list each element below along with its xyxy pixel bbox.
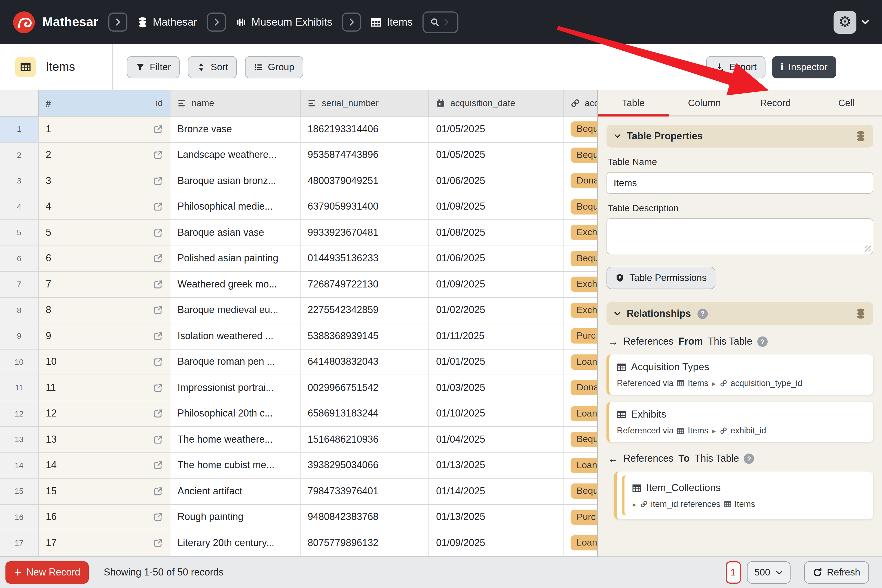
breadcrumb-database[interactable]: Mathesar — [137, 16, 197, 28]
id-cell[interactable]: 17 — [39, 530, 170, 556]
id-cell[interactable]: 8 — [39, 297, 170, 323]
row-number-cell[interactable]: 10 — [0, 349, 39, 375]
acquisition-date-cell[interactable]: 01/06/2025 — [429, 246, 564, 271]
acquisition-type-cell[interactable]: Bequ — [564, 427, 597, 452]
help-icon[interactable]: ? — [744, 453, 754, 464]
acquisition-type-cell[interactable]: Purc — [564, 323, 597, 349]
new-record-button[interactable]: + New Record — [6, 561, 89, 584]
column-header-serial_number[interactable]: serial_number — [300, 90, 429, 116]
id-cell[interactable]: 3 — [39, 168, 170, 194]
acquisition-date-cell[interactable]: 01/09/2025 — [429, 272, 564, 297]
acquisition-date-cell[interactable]: 01/06/2025 — [429, 168, 564, 194]
acquisition-type-cell[interactable]: Bequ — [564, 246, 597, 271]
search-button[interactable] — [423, 11, 458, 33]
acquisition-type-cell[interactable]: Bequ — [564, 142, 597, 168]
acquisition-type-cell[interactable]: Dona — [564, 168, 597, 194]
row-number-cell[interactable]: 7 — [0, 272, 39, 297]
id-cell[interactable]: 10 — [39, 349, 170, 375]
name-cell[interactable]: Impressionist portrai... — [170, 375, 300, 400]
acquisition-type-cell[interactable]: Bequ — [564, 117, 597, 142]
row-number-cell[interactable]: 11 — [0, 375, 39, 400]
serial-number-cell[interactable]: 5388368939145 — [300, 323, 429, 349]
acquisition-date-cell[interactable]: 01/02/2025 — [429, 297, 564, 323]
refresh-button[interactable]: Refresh — [804, 561, 869, 584]
row-number-cell[interactable]: 14 — [0, 453, 39, 478]
group-button[interactable]: Group — [245, 56, 303, 78]
acquisition-date-cell[interactable]: 01/03/2025 — [429, 375, 564, 400]
name-cell[interactable]: Weathered greek mo... — [170, 272, 300, 297]
acquisition-type-cell[interactable]: Bequ — [564, 194, 597, 219]
name-cell[interactable]: Ancient artifact — [170, 478, 300, 504]
id-cell[interactable]: 5 — [39, 220, 170, 245]
brand[interactable]: Mathesar — [12, 10, 98, 34]
id-cell[interactable]: 15 — [39, 478, 170, 504]
acquisition-type-cell[interactable]: Loan — [564, 349, 597, 375]
serial-number-cell[interactable]: 6414803832043 — [300, 349, 429, 375]
acquisition-date-cell[interactable]: 01/01/2025 — [429, 349, 564, 375]
id-cell[interactable]: 4 — [39, 194, 170, 219]
acquisition-date-cell[interactable]: 01/09/2025 — [429, 530, 564, 556]
name-cell[interactable]: Baroque asian bronz... — [170, 168, 300, 194]
column-header-acquisition_date[interactable]: acquisition_date — [429, 90, 564, 116]
table-description-input[interactable] — [606, 218, 873, 254]
acquisition-date-cell[interactable]: 01/14/2025 — [429, 478, 564, 504]
column-header-name[interactable]: name — [170, 90, 300, 116]
relationships-section-header[interactable]: Relationships ? — [606, 302, 873, 325]
id-cell[interactable]: 6 — [39, 246, 170, 271]
export-button[interactable]: Export — [706, 56, 765, 78]
row-number-header[interactable] — [0, 90, 39, 116]
row-number-cell[interactable]: 12 — [0, 401, 39, 426]
acquisition-type-cell[interactable]: Loan — [564, 401, 597, 426]
name-cell[interactable]: Philosophical 20th c... — [170, 401, 300, 426]
relationship-card[interactable]: Item_Collections ▸ item_id referencesIte… — [622, 475, 873, 516]
name-cell[interactable]: Baroque roman pen ... — [170, 349, 300, 375]
acquisition-date-cell[interactable]: 01/05/2025 — [429, 142, 564, 168]
acquisition-type-cell[interactable]: Bequ — [564, 478, 597, 504]
id-cell[interactable]: 13 — [39, 427, 170, 452]
id-cell[interactable]: 14 — [39, 453, 170, 478]
settings-button[interactable]: ⚙ — [834, 10, 856, 33]
relationship-card[interactable]: Exhibits Referenced viaItems ▸ exhibit_i… — [606, 402, 873, 442]
id-cell[interactable]: 16 — [39, 504, 170, 530]
serial-number-cell[interactable]: 9535874743896 — [300, 142, 429, 168]
breadcrumb-separator-button[interactable] — [207, 12, 226, 32]
row-number-cell[interactable]: 2 — [0, 142, 39, 168]
help-icon[interactable]: ? — [698, 308, 708, 319]
relationship-card[interactable]: Acquisition Types Referenced viaItems ▸ … — [606, 354, 873, 395]
id-cell[interactable]: 2 — [39, 142, 170, 168]
id-cell[interactable]: 1 — [39, 117, 170, 142]
name-cell[interactable]: Bronze vase — [170, 117, 300, 142]
serial-number-cell[interactable]: 9480842383768 — [300, 504, 429, 530]
name-cell[interactable]: Literary 20th century... — [170, 530, 300, 556]
row-number-cell[interactable]: 16 — [0, 504, 39, 530]
serial-number-cell[interactable]: 1516486210936 — [300, 427, 429, 452]
row-number-cell[interactable]: 6 — [0, 246, 39, 271]
row-number-cell[interactable]: 17 — [0, 530, 39, 556]
serial-number-cell[interactable]: 3938295034066 — [300, 453, 429, 478]
serial-number-cell[interactable]: 7984733976401 — [300, 478, 429, 504]
acquisition-date-cell[interactable]: 01/09/2025 — [429, 194, 564, 219]
row-number-cell[interactable]: 3 — [0, 168, 39, 194]
id-cell[interactable]: 11 — [39, 375, 170, 400]
breadcrumb-separator-button[interactable] — [342, 12, 361, 32]
table-properties-section-header[interactable]: Table Properties — [606, 124, 873, 147]
name-cell[interactable]: Landscape weathere... — [170, 142, 300, 168]
name-cell[interactable]: Isolation weathered ... — [170, 323, 300, 349]
inspector-tab-record[interactable]: Record — [740, 90, 811, 116]
serial-number-cell[interactable]: 6586913183244 — [300, 401, 429, 426]
serial-number-cell[interactable]: 1862193314406 — [300, 117, 429, 142]
acquisition-type-cell[interactable]: Purc — [564, 504, 597, 530]
name-cell[interactable]: Polished asian painting — [170, 246, 300, 271]
serial-number-cell[interactable]: 7268749722130 — [300, 272, 429, 297]
row-number-cell[interactable]: 8 — [0, 297, 39, 323]
row-number-cell[interactable]: 4 — [0, 194, 39, 219]
acquisition-date-cell[interactable]: 01/13/2025 — [429, 453, 564, 478]
serial-number-cell[interactable]: 4800379049251 — [300, 168, 429, 194]
id-cell[interactable]: 12 — [39, 401, 170, 426]
serial-number-cell[interactable]: 9933923670481 — [300, 220, 429, 245]
column-header-id[interactable]: #id — [39, 90, 170, 116]
id-cell[interactable]: 7 — [39, 272, 170, 297]
help-icon[interactable]: ? — [758, 336, 768, 347]
inspector-tab-cell[interactable]: Cell — [811, 90, 882, 116]
breadcrumb-table[interactable]: Items — [371, 16, 413, 28]
